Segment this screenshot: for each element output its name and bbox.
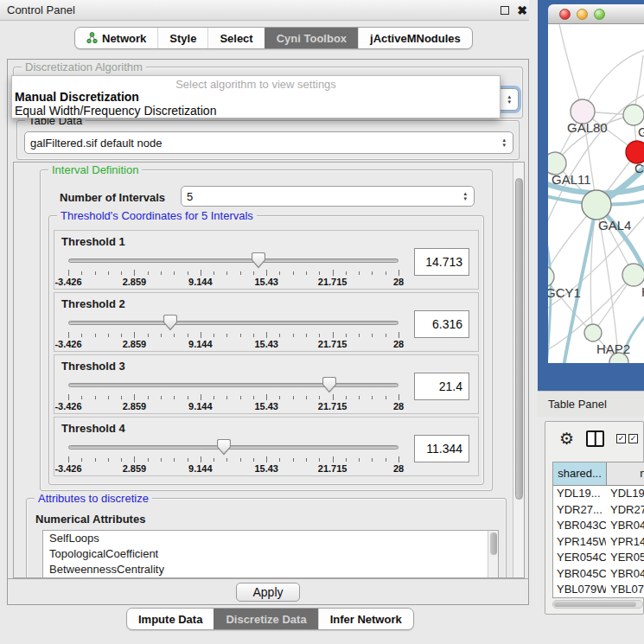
slider-ticks xyxy=(68,456,399,463)
tab-discretize-data[interactable]: Discretize Data xyxy=(214,609,317,629)
table-data-combobox[interactable]: galFiltered.sif default node ▴▾ xyxy=(24,131,513,154)
close-traffic-light-icon[interactable] xyxy=(559,9,571,20)
table-cell[interactable]: YPR14 xyxy=(607,534,644,551)
checkbox-icon[interactable]: ✓ xyxy=(616,434,626,443)
table-row[interactable]: YDL19...YDL19 xyxy=(553,486,644,502)
network-node-label: GAL4 xyxy=(598,218,631,233)
table-cell[interactable]: YER05 xyxy=(607,550,644,566)
tab-style[interactable]: Style xyxy=(157,28,207,48)
float-window-icon[interactable] xyxy=(501,6,509,15)
slider-track[interactable] xyxy=(68,383,399,387)
slider-ticks xyxy=(68,394,399,401)
slider-track[interactable] xyxy=(68,445,399,450)
slider-thumb[interactable] xyxy=(252,252,265,269)
slider-thumb[interactable] xyxy=(163,314,177,331)
table-cell[interactable]: YBR04 xyxy=(607,566,644,583)
scrollbar-thumb[interactable] xyxy=(554,602,636,607)
tick-label: 21.715 xyxy=(318,277,348,287)
scrollbar-thumb[interactable] xyxy=(515,178,523,500)
tab-impute-data[interactable]: Impute Data xyxy=(127,609,214,629)
attribute-list-item[interactable]: TopologicalCoefficient xyxy=(43,546,498,562)
network-canvas[interactable]: GAL80GACGAL11GAL4GCY1HHAP2 xyxy=(548,24,644,363)
table-cell[interactable]: YBR04 xyxy=(607,518,644,534)
threshold-1-label: Threshold 1 xyxy=(61,235,125,248)
popup-item-manual-discretization[interactable]: Manual Discretization xyxy=(12,90,500,104)
tick-label: 15.43 xyxy=(254,277,278,287)
tab-jactivemnodules[interactable]: jActiveMNodules xyxy=(358,28,472,48)
apply-bar: Apply xyxy=(8,578,528,604)
apply-button[interactable]: Apply xyxy=(236,583,299,602)
slider-thumb[interactable] xyxy=(217,438,231,456)
slider-track[interactable] xyxy=(68,321,399,325)
table-cell[interactable]: YBL079W xyxy=(553,582,607,598)
tick-label: 28 xyxy=(393,277,404,287)
table-cell[interactable]: YDL19... xyxy=(553,486,607,502)
close-icon[interactable]: ✖ xyxy=(517,6,527,15)
table-cell[interactable]: YDR27... xyxy=(553,502,607,519)
table-horizontal-scrollbar[interactable] xyxy=(552,600,643,609)
split-panel-icon[interactable] xyxy=(586,430,604,447)
network-node[interactable] xyxy=(623,105,644,125)
network-node[interactable] xyxy=(548,266,554,287)
table-cell[interactable]: YDR27 xyxy=(607,502,644,519)
number-of-intervals-combobox[interactable]: 5 ▴▾ xyxy=(181,186,475,207)
table-cell[interactable]: YPR145W xyxy=(553,534,607,551)
attribute-list-item[interactable]: SelfLoops xyxy=(43,531,498,546)
threshold-4-value[interactable]: 11.344 xyxy=(414,435,469,462)
network-node[interactable] xyxy=(582,190,611,220)
threshold-4-slider[interactable]: -3.4262.8599.14415.4321.71528 xyxy=(68,440,399,475)
node-attribute-table[interactable]: shared... na YDL19...YDL19YDR27...YDR27Y… xyxy=(552,462,644,598)
tick-label: 21.715 xyxy=(318,401,348,411)
checkbox-icon[interactable]: ✓ xyxy=(628,434,638,443)
threshold-3-value[interactable]: 21.4 xyxy=(414,373,469,400)
tick-label: 15.43 xyxy=(254,401,278,411)
slider-ticks xyxy=(68,270,399,277)
table-row[interactable]: YBR043CYBR04 xyxy=(553,518,644,534)
attribute-list-item[interactable]: BetweennessCentrality xyxy=(43,562,498,577)
minimize-traffic-light-icon[interactable] xyxy=(577,9,588,20)
popup-item-equal-width-frequency[interactable]: Equal Width/Frequency Discretization xyxy=(12,104,500,118)
column-header-name[interactable]: na xyxy=(607,462,644,485)
numerical-attributes-list[interactable]: SelfLoopsTopologicalCoefficientBetweenne… xyxy=(42,530,499,578)
network-node[interactable] xyxy=(622,264,644,286)
tab-infer-network[interactable]: Infer Network xyxy=(318,609,413,629)
threshold-2-slider[interactable]: -3.4262.8599.14415.4321.71528 xyxy=(68,316,399,350)
table-cell[interactable]: YLR345W xyxy=(553,598,607,599)
threshold-3-slider[interactable]: -3.4262.8599.14415.4321.71528 xyxy=(68,378,399,412)
table-panel-title: Table Panel xyxy=(548,398,607,411)
table-row[interactable]: YBL079WYBL07 xyxy=(553,582,644,598)
table-cell[interactable]: YLR34 xyxy=(607,598,644,599)
column-header-shared[interactable]: shared... xyxy=(553,462,607,485)
attributes-group: Attributes to discretize Numerical Attri… xyxy=(26,498,507,578)
table-panel-toolbar: ⚙ ✓ ✓ xyxy=(545,422,643,455)
settings-vertical-scrollbar[interactable] xyxy=(513,163,524,577)
table-row[interactable]: YPR145WYPR14 xyxy=(553,534,644,551)
table-cell[interactable]: YDL19 xyxy=(607,486,644,502)
threshold-1-value[interactable]: 14.713 xyxy=(414,248,469,276)
table-cell[interactable]: YBR045C xyxy=(553,566,607,583)
network-node[interactable] xyxy=(584,324,602,341)
table-cell[interactable]: YER054C xyxy=(553,550,607,566)
network-node-label: HAP2 xyxy=(596,341,630,356)
tab-network[interactable]: Network xyxy=(75,28,157,48)
thresholds-group: Threshold's Coordinates for 5 Intervals … xyxy=(48,215,484,485)
network-window-titlebar[interactable] xyxy=(548,4,644,24)
slider-thumb[interactable] xyxy=(322,376,336,393)
table-row[interactable]: YBR045CYBR04 xyxy=(553,566,644,583)
table-cell[interactable]: YBL07 xyxy=(607,582,644,598)
gear-icon[interactable]: ⚙ xyxy=(559,430,574,447)
tab-style-label: Style xyxy=(169,32,196,45)
table-cell[interactable]: YBR043C xyxy=(553,518,607,534)
slider-track[interactable] xyxy=(68,258,399,263)
threshold-2-value[interactable]: 6.316 xyxy=(414,310,469,338)
threshold-1-slider[interactable]: -3.4262.8599.14415.4321.71528 xyxy=(68,253,399,288)
attributes-list-scrollbar[interactable] xyxy=(488,531,498,578)
table-row[interactable]: YDR27...YDR27 xyxy=(553,502,644,519)
table-row[interactable]: YER054CYER05 xyxy=(553,550,644,566)
tab-cyni-toolbox[interactable]: Cyni Toolbox xyxy=(265,28,358,48)
zoom-traffic-light-icon[interactable] xyxy=(594,9,605,20)
table-row[interactable]: YLR345WYLR34 xyxy=(553,598,644,599)
tab-select[interactable]: Select xyxy=(207,28,264,48)
tick-label: 15.43 xyxy=(254,463,278,474)
tick-label: 9.144 xyxy=(188,463,213,474)
